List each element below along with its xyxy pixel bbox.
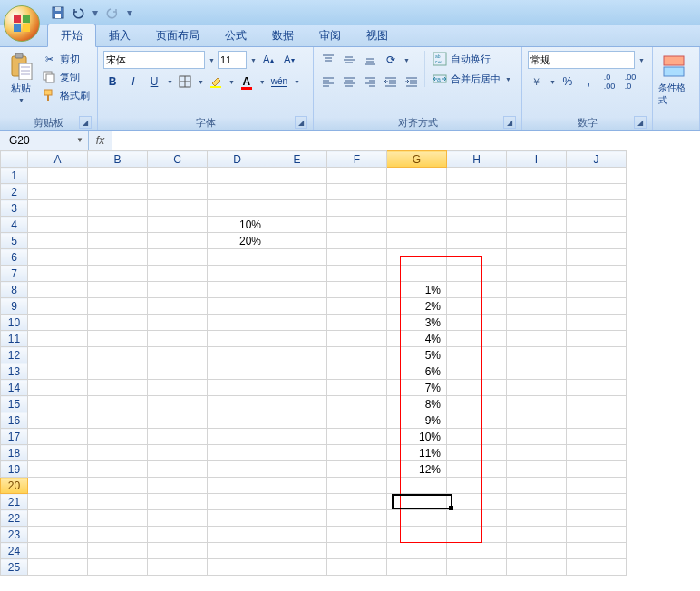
cell-J6[interactable] bbox=[567, 249, 627, 266]
tab-formulas[interactable]: 公式 bbox=[212, 24, 259, 46]
cell-G19[interactable]: 12% bbox=[387, 461, 447, 478]
cell-G6[interactable] bbox=[387, 249, 447, 266]
font-color-dropdown-icon[interactable]: ▼ bbox=[259, 79, 266, 85]
underline-button[interactable]: U bbox=[145, 73, 163, 91]
cell-B24[interactable] bbox=[88, 543, 148, 559]
align-right-button[interactable] bbox=[361, 73, 379, 91]
cell-C12[interactable] bbox=[148, 347, 208, 363]
save-icon[interactable] bbox=[51, 5, 65, 20]
row-header-18[interactable]: 18 bbox=[1, 445, 28, 461]
cell-D13[interactable] bbox=[208, 363, 267, 380]
cell-B20[interactable] bbox=[88, 478, 148, 494]
decrease-decimal-button[interactable]: .00.0 bbox=[621, 73, 639, 91]
row-header-21[interactable]: 21 bbox=[1, 494, 28, 510]
name-box-input[interactable] bbox=[0, 134, 73, 147]
cell-B9[interactable] bbox=[88, 298, 148, 315]
cell-B17[interactable] bbox=[88, 429, 148, 445]
row-header-23[interactable]: 23 bbox=[1, 527, 28, 543]
cell-C17[interactable] bbox=[148, 429, 208, 445]
cell-B21[interactable] bbox=[88, 494, 148, 510]
cell-D4[interactable]: 10% bbox=[208, 217, 267, 233]
cell-J12[interactable] bbox=[567, 347, 627, 363]
row-header-17[interactable]: 17 bbox=[1, 429, 28, 445]
office-button[interactable] bbox=[4, 5, 40, 42]
font-name-dropdown-icon[interactable]: ▼ bbox=[209, 57, 215, 63]
cell-B18[interactable] bbox=[88, 445, 148, 461]
paste-dropdown-icon[interactable]: ▼ bbox=[18, 97, 24, 103]
paste-button[interactable]: 粘贴 ▼ bbox=[5, 51, 36, 103]
cell-A10[interactable] bbox=[28, 315, 88, 331]
cell-H1[interactable] bbox=[447, 168, 507, 184]
cell-I24[interactable] bbox=[507, 543, 567, 559]
cell-H20[interactable] bbox=[447, 478, 507, 494]
cell-A23[interactable] bbox=[28, 527, 88, 543]
cell-B15[interactable] bbox=[88, 396, 148, 412]
cell-H8[interactable] bbox=[447, 282, 507, 298]
cell-J5[interactable] bbox=[567, 233, 627, 249]
cell-I15[interactable] bbox=[507, 396, 567, 412]
cell-C24[interactable] bbox=[148, 543, 208, 559]
cell-H13[interactable] bbox=[447, 363, 507, 380]
cell-F23[interactable] bbox=[327, 527, 387, 543]
cell-G12[interactable]: 5% bbox=[387, 347, 447, 363]
number-launcher-icon[interactable]: ◢ bbox=[634, 116, 647, 129]
cell-B25[interactable] bbox=[88, 559, 148, 576]
cell-E9[interactable] bbox=[267, 298, 327, 315]
row-header-16[interactable]: 16 bbox=[1, 412, 28, 429]
cell-D6[interactable] bbox=[208, 249, 267, 266]
underline-dropdown-icon[interactable]: ▼ bbox=[167, 79, 173, 85]
align-left-button[interactable] bbox=[319, 73, 337, 91]
cell-C10[interactable] bbox=[148, 315, 208, 331]
align-middle-button[interactable] bbox=[340, 51, 358, 69]
cell-E10[interactable] bbox=[267, 315, 327, 331]
cell-A20[interactable] bbox=[28, 478, 88, 494]
cell-B22[interactable] bbox=[88, 510, 148, 527]
border-dropdown-icon[interactable]: ▼ bbox=[198, 79, 204, 85]
cell-G13[interactable]: 6% bbox=[387, 363, 447, 380]
cell-J2[interactable] bbox=[567, 184, 627, 200]
cell-E2[interactable] bbox=[267, 184, 327, 200]
cell-A21[interactable] bbox=[28, 494, 88, 510]
cell-C19[interactable] bbox=[148, 461, 208, 478]
cell-E6[interactable] bbox=[267, 249, 327, 266]
cell-E20[interactable] bbox=[267, 478, 327, 494]
cell-A6[interactable] bbox=[28, 249, 88, 266]
cell-F13[interactable] bbox=[327, 363, 387, 380]
cell-D23[interactable] bbox=[208, 527, 267, 543]
row-header-11[interactable]: 11 bbox=[1, 331, 28, 347]
cell-E22[interactable] bbox=[267, 510, 327, 527]
undo-dropdown-icon[interactable]: ▾ bbox=[91, 6, 100, 19]
cell-F7[interactable] bbox=[327, 266, 387, 282]
cell-C25[interactable] bbox=[148, 559, 208, 576]
cell-F20[interactable] bbox=[327, 478, 387, 494]
row-header-8[interactable]: 8 bbox=[1, 282, 28, 298]
cell-D2[interactable] bbox=[208, 184, 267, 200]
cell-G20[interactable] bbox=[387, 478, 447, 494]
phonetic-dropdown-icon[interactable]: ▼ bbox=[294, 79, 300, 85]
font-size-input[interactable] bbox=[218, 51, 247, 69]
cut-button[interactable]: ✂剪切 bbox=[40, 51, 92, 67]
tab-view[interactable]: 视图 bbox=[354, 24, 401, 46]
cell-E7[interactable] bbox=[267, 266, 327, 282]
align-bottom-button[interactable] bbox=[361, 51, 379, 69]
cell-D15[interactable] bbox=[208, 396, 267, 412]
phonetic-button[interactable]: wén bbox=[268, 73, 290, 91]
cell-B13[interactable] bbox=[88, 363, 148, 380]
redo-icon[interactable] bbox=[105, 5, 120, 20]
select-all-corner[interactable] bbox=[1, 151, 28, 168]
row-header-3[interactable]: 3 bbox=[1, 200, 28, 217]
cell-J1[interactable] bbox=[567, 168, 627, 184]
cell-D25[interactable] bbox=[208, 559, 267, 576]
cell-F11[interactable] bbox=[327, 331, 387, 347]
cell-A25[interactable] bbox=[28, 559, 88, 576]
cell-C9[interactable] bbox=[148, 298, 208, 315]
cell-H17[interactable] bbox=[447, 429, 507, 445]
fx-button[interactable]: fx bbox=[89, 131, 112, 150]
orientation-button[interactable]: ⟳ bbox=[382, 51, 400, 69]
alignment-launcher-icon[interactable]: ◢ bbox=[503, 116, 516, 129]
cell-E25[interactable] bbox=[267, 559, 327, 576]
row-header-1[interactable]: 1 bbox=[1, 168, 28, 184]
cell-I17[interactable] bbox=[507, 429, 567, 445]
col-header-F[interactable]: F bbox=[327, 151, 387, 168]
cell-E16[interactable] bbox=[267, 412, 327, 429]
